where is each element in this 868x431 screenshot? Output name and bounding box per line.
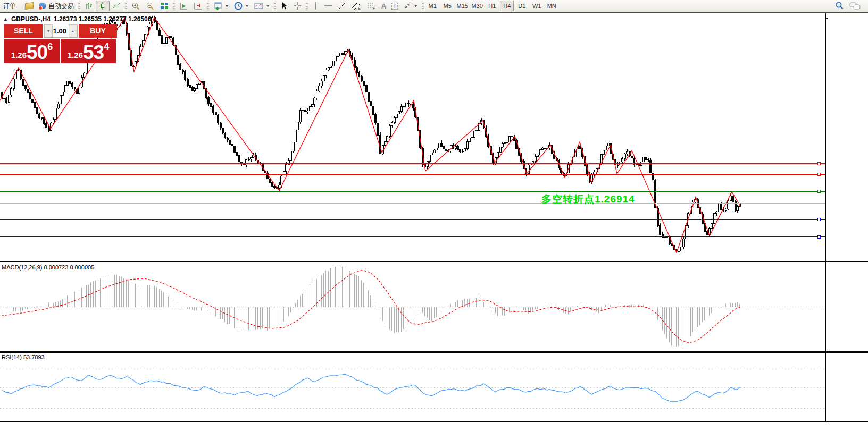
candlestick-button[interactable]	[96, 1, 110, 11]
candle-body	[389, 126, 390, 137]
pane-separator[interactable]	[0, 261, 868, 263]
buy-button[interactable]: BUY	[79, 24, 117, 38]
equidistant-channel-button[interactable]: E	[349, 1, 364, 11]
candle-body	[504, 143, 506, 143]
candle-body	[441, 143, 443, 147]
toolbar-separator	[422, 2, 424, 10]
crosshair-button[interactable]	[290, 1, 304, 11]
text-label-button[interactable]: T	[389, 1, 400, 11]
new-order-button[interactable]: 订单	[1, 1, 22, 11]
zoom-out-button[interactable]	[143, 1, 157, 11]
templates-button[interactable]: ▼	[252, 1, 272, 11]
candle-body	[400, 107, 402, 111]
price-axis[interactable]	[825, 13, 868, 421]
tile-windows-button[interactable]	[157, 1, 171, 11]
sell-price-prefix: 1.26	[11, 48, 27, 62]
candle-body	[332, 61, 334, 66]
level-line-handle	[817, 190, 820, 193]
candle-body	[170, 36, 172, 38]
candle-body	[471, 138, 473, 138]
buy-price-sup: 4	[104, 39, 109, 55]
candle-body	[191, 87, 193, 90]
time-axis[interactable]	[0, 421, 868, 431]
candle-body	[31, 99, 33, 103]
timeframe-button-d1[interactable]: D1	[515, 1, 529, 11]
timeframe-button-mn[interactable]: MN	[545, 1, 558, 11]
line-chart-button[interactable]	[110, 1, 123, 11]
candle-body	[241, 162, 243, 163]
candle-body	[443, 147, 445, 149]
one-click-trade-panel: SELL ▼ 1.00 ▲ BUY 1.26506 1.26534	[4, 24, 117, 63]
price-chart-plot[interactable]	[0, 13, 825, 421]
volume-decrease-button[interactable]: ▼	[44, 24, 53, 37]
sell-price-sup: 6	[47, 39, 53, 55]
tile-windows-icon	[160, 2, 169, 10]
candle-body	[737, 206, 738, 210]
candle-body	[328, 67, 329, 70]
candle-body	[431, 153, 433, 155]
timeframe-button-m5[interactable]: M5	[440, 1, 454, 11]
chart-shift-button[interactable]	[191, 1, 205, 11]
svg-text:E: E	[358, 6, 361, 10]
candle-body	[57, 104, 59, 108]
candle-body	[8, 95, 10, 102]
fibonacci-button[interactable]: F	[364, 1, 379, 11]
profiles-button[interactable]: ▼	[231, 1, 252, 11]
buy-price-button[interactable]: 1.26534	[61, 39, 116, 63]
candle-body	[335, 56, 337, 61]
chat-button[interactable]	[847, 1, 864, 11]
sell-price-button[interactable]: 1.26506	[4, 39, 60, 63]
candle-body	[445, 149, 447, 150]
search-button[interactable]	[832, 1, 847, 11]
candle-body	[53, 119, 54, 123]
timeframe-button-w1[interactable]: W1	[530, 1, 544, 11]
auto-scroll-button[interactable]	[177, 1, 191, 11]
volume-value[interactable]: 1.00	[53, 24, 69, 37]
dropdown-arrow-icon: ▼	[414, 4, 418, 8]
auto-trading-icon	[39, 3, 47, 10]
timeframe-button-h1[interactable]: H1	[485, 1, 499, 11]
timeframe-button-h4[interactable]: H4	[500, 1, 514, 11]
clock-icon	[234, 2, 243, 11]
pane-separator[interactable]	[0, 351, 868, 353]
timeframe-button-m1[interactable]: M1	[425, 1, 439, 11]
sell-button[interactable]: SELL	[4, 24, 43, 38]
arrows-icon	[403, 2, 412, 10]
zoom-in-button[interactable]	[129, 1, 143, 11]
trendline-button[interactable]	[335, 1, 349, 11]
new-chart-button[interactable]: ▼	[211, 1, 231, 11]
candle-body	[271, 183, 273, 186]
collapse-one-click-icon[interactable]: ▲	[3, 16, 8, 22]
candle-body	[44, 117, 45, 123]
candle-body	[22, 79, 24, 86]
candle-body	[158, 30, 160, 36]
timeframe-button-m15[interactable]: M15	[455, 1, 469, 11]
candle-body	[344, 51, 346, 54]
candle-body	[408, 103, 410, 104]
bar-chart-icon	[85, 2, 93, 10]
auto-trading-button[interactable]: 自动交易	[36, 1, 77, 11]
sell-price-big: 50	[27, 43, 47, 62]
candle-body	[377, 123, 379, 136]
candle-body	[196, 85, 198, 89]
arrows-button[interactable]: ▼	[400, 1, 420, 11]
text-button[interactable]: A	[379, 1, 389, 11]
bar-chart-button[interactable]	[82, 1, 96, 11]
candle-body	[732, 196, 734, 202]
candle-body	[297, 122, 299, 130]
chart-tag-button[interactable]	[22, 1, 36, 11]
candle-body	[683, 239, 685, 247]
candle-body	[497, 153, 499, 157]
cursor-button[interactable]	[278, 1, 290, 11]
candle-body	[231, 144, 233, 146]
horizontal-line-button[interactable]	[321, 1, 335, 11]
candle-body	[398, 111, 400, 114]
level-line-handle	[817, 235, 820, 238]
volume-increase-button[interactable]: ▲	[69, 24, 77, 37]
candle-body	[636, 164, 637, 165]
timeframe-button-m30[interactable]: M30	[470, 1, 484, 11]
volume-stepper[interactable]: ▼ 1.00 ▲	[44, 24, 78, 38]
candle-body	[387, 136, 388, 141]
vertical-line-button[interactable]	[310, 1, 321, 11]
candle-body	[650, 160, 652, 173]
